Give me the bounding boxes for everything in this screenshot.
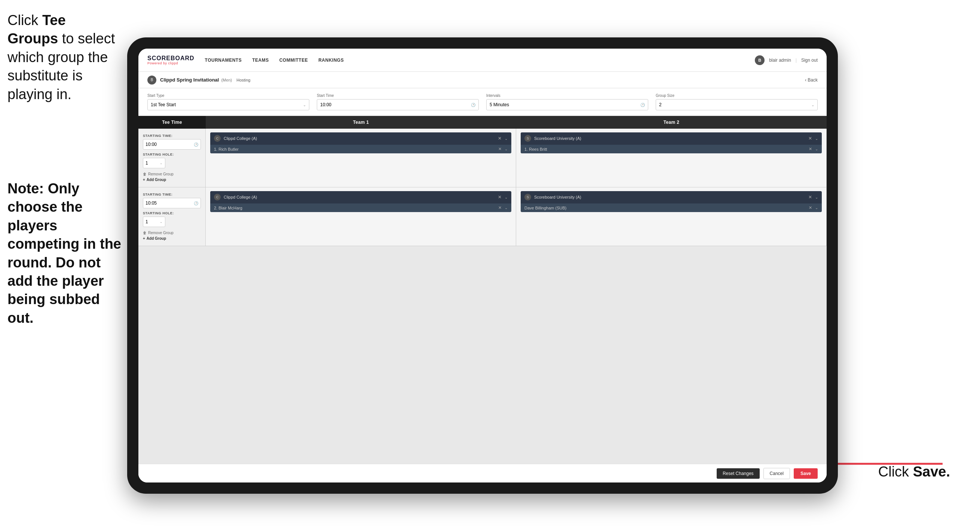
player-close-2-1[interactable]: ✕ — [498, 205, 501, 210]
breadcrumb-bar: B Clippd Spring Invitational (Men) Hosti… — [138, 72, 827, 88]
team-expand-1-1[interactable]: ⌄ — [504, 137, 508, 141]
team-expand-2-1[interactable]: ⌄ — [504, 195, 508, 199]
plus-icon-2: + — [143, 236, 145, 240]
trash-icon-1: 🗑 — [143, 172, 146, 176]
start-type-group: Start Type 1st Tee Start ⌄ — [147, 94, 309, 110]
player-name-1-1: 1. Rich Butler — [214, 147, 498, 151]
table-header: Tee Time Team 1 Team 2 — [138, 116, 827, 129]
intervals-label: Intervals — [486, 94, 648, 98]
player-name-1-2: 1. Rees Britt — [524, 147, 809, 151]
team-card-header-1-1: C Clippd College (A) ✕ ⌄ — [210, 132, 511, 144]
add-group-btn-1[interactable]: + Add Group — [143, 178, 201, 182]
group-size-value: 2 — [659, 102, 662, 107]
team-name-1-2: Scoreboard University (A) — [534, 136, 808, 141]
add-group-btn-2[interactable]: + Add Group — [143, 236, 201, 240]
player-name-2-1: 2. Blair McHarg — [214, 206, 498, 210]
team-close-2-2[interactable]: ✕ — [808, 194, 812, 200]
player-row-2-2: Dave Billingham (SUB) ✕ ⌄ — [521, 203, 822, 212]
hole-value-1: 1 — [145, 161, 148, 166]
team-close-1-2[interactable]: ✕ — [808, 136, 812, 141]
player-expand-2-2[interactable]: ⌄ — [815, 206, 818, 210]
save-button[interactable]: Save — [794, 468, 818, 479]
hole-arrow-2: ⌄ — [160, 220, 163, 224]
time-clock-icon-1: 🕐 — [194, 143, 198, 146]
intervals-clock-icon: 🕐 — [640, 103, 645, 107]
team-card-icon-2-2: S — [524, 194, 531, 201]
team-name-1-1: Clippd College (A) — [224, 136, 498, 141]
player-expand-2-1[interactable]: ⌄ — [504, 206, 508, 210]
time-input-2[interactable]: 10:05 🕐 — [143, 198, 201, 209]
start-type-input[interactable]: 1st Tee Start ⌄ — [147, 99, 309, 110]
player-expand-1-1[interactable]: ⌄ — [504, 147, 508, 151]
plus-icon-1: + — [143, 178, 145, 182]
tee-groups-area[interactable]: STARTING TIME: 10:00 🕐 STARTING HOLE: 1 … — [138, 129, 827, 464]
breadcrumb-badge: (Men) — [221, 78, 232, 82]
team-expand-2-2[interactable]: ⌄ — [815, 195, 818, 199]
player-row-1-2: 1. Rees Britt ✕ ⌄ — [521, 144, 822, 153]
remove-group-btn-1[interactable]: 🗑 Remove Group — [143, 172, 201, 176]
nav-teams[interactable]: TEAMS — [252, 56, 269, 64]
player-close-2-2[interactable]: ✕ — [809, 205, 812, 210]
hole-input-1[interactable]: 1 ⌄ — [143, 158, 165, 168]
group-size-group: Group Size 2 ⌄ — [656, 94, 818, 110]
team-expand-1-2[interactable]: ⌄ — [815, 137, 818, 141]
group-size-label: Group Size — [656, 94, 818, 98]
start-type-value: 1st Tee Start — [151, 102, 176, 107]
team-card-icon-1-2: S — [524, 135, 531, 142]
group-size-arrow: ⌄ — [811, 103, 814, 107]
hole-value-2: 1 — [145, 219, 148, 224]
group-size-input[interactable]: 2 ⌄ — [656, 99, 818, 110]
footer-bar: Reset Changes Cancel Save — [138, 464, 827, 482]
team-card-icon-1-1: C — [214, 135, 221, 142]
settings-row: Start Type 1st Tee Start ⌄ Start Time 10… — [138, 88, 827, 116]
breadcrumb-hosting: Hosting — [236, 78, 250, 82]
nav-avatar: B — [755, 55, 765, 65]
back-button[interactable]: Back — [805, 77, 818, 83]
team-card-header-2-1: C Clippd College (A) ✕ ⌄ — [210, 191, 511, 203]
tee-group-row: STARTING TIME: 10:00 🕐 STARTING HOLE: 1 … — [138, 129, 827, 187]
starting-hole-label-1: STARTING HOLE: — [143, 153, 201, 156]
intervals-input[interactable]: 5 Minutes 🕐 — [486, 99, 648, 110]
nav-committee[interactable]: COMMITTEE — [279, 56, 308, 64]
hole-input-2[interactable]: 1 ⌄ — [143, 217, 165, 227]
nav-tournaments[interactable]: TOURNAMENTS — [205, 56, 242, 64]
start-time-clock-icon: 🕐 — [471, 103, 476, 107]
team-cell-2-1: C Clippd College (A) ✕ ⌄ 2. Blair McHarg — [206, 187, 516, 246]
time-input-1[interactable]: 10:00 🕐 — [143, 139, 201, 150]
player-close-1-2[interactable]: ✕ — [809, 146, 812, 151]
start-type-label: Start Type — [147, 94, 309, 98]
intervals-group: Intervals 5 Minutes 🕐 — [486, 94, 648, 110]
time-value-2: 10:05 — [145, 201, 157, 206]
team-name-2-2: Scoreboard University (A) — [534, 195, 808, 199]
starting-time-label-1: STARTING TIME: — [143, 134, 201, 138]
tablet-screen: SCOREBOARD Powered by clippd TOURNAMENTS… — [138, 49, 827, 482]
player-row-2-1: 2. Blair McHarg ✕ ⌄ — [210, 203, 511, 212]
nav-right: B blair admin | Sign out — [755, 55, 818, 65]
team-card-header-1-2: S Scoreboard University (A) ✕ ⌄ — [521, 132, 822, 144]
click-save-label: Click Save. — [878, 464, 950, 480]
team-close-1-1[interactable]: ✕ — [498, 136, 501, 141]
start-time-group: Start Time 10:00 🕐 — [317, 94, 479, 110]
team-close-2-1[interactable]: ✕ — [498, 194, 501, 200]
sign-out-link[interactable]: Sign out — [801, 57, 818, 63]
nav-rankings[interactable]: RANKINGS — [318, 56, 344, 64]
team-cell-1-1: C Clippd College (A) ✕ ⌄ 1. Rich Butler — [206, 129, 516, 187]
team-card-icon-2-1: C — [214, 194, 221, 201]
breadcrumb-icon: B — [147, 76, 156, 84]
note-bold: Note: Only choose the players competing … — [8, 181, 121, 326]
team-card-2-2[interactable]: S Scoreboard University (A) ✕ ⌄ Dave Bil… — [521, 191, 822, 212]
player-close-1-1[interactable]: ✕ — [498, 146, 501, 151]
player-expand-1-2[interactable]: ⌄ — [815, 147, 818, 151]
starting-time-label-2: STARTING TIME: — [143, 193, 201, 196]
tee-group-row-2: STARTING TIME: 10:05 🕐 STARTING HOLE: 1 … — [138, 187, 827, 246]
team-card-1-1[interactable]: C Clippd College (A) ✕ ⌄ 1. Rich Butler — [210, 132, 511, 153]
reset-changes-button[interactable]: Reset Changes — [717, 468, 760, 479]
cancel-button[interactable]: Cancel — [764, 468, 790, 479]
start-time-input[interactable]: 10:00 🕐 — [317, 99, 479, 110]
logo: SCOREBOARD Powered by clippd — [147, 55, 194, 65]
team-card-2-1[interactable]: C Clippd College (A) ✕ ⌄ 2. Blair McHarg — [210, 191, 511, 212]
team-card-1-2[interactable]: S Scoreboard University (A) ✕ ⌄ 1. Rees … — [521, 132, 822, 153]
start-time-value: 10:00 — [320, 102, 331, 107]
logo-sub: Powered by clippd — [147, 61, 194, 65]
remove-group-btn-2[interactable]: 🗑 Remove Group — [143, 231, 201, 235]
